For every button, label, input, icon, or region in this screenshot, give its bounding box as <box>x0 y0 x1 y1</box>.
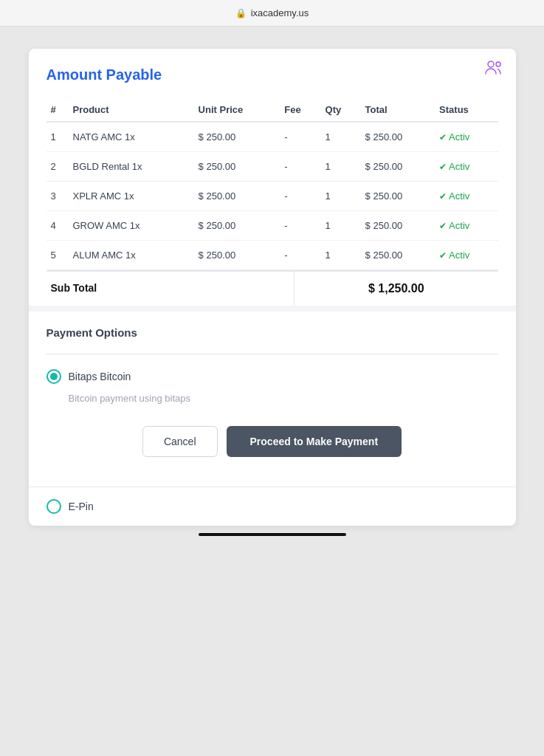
bitaps-label: Bitaps Bitcoin <box>69 371 131 382</box>
cell-num: 1 <box>47 122 69 152</box>
cell-total: $ 250.00 <box>361 152 435 182</box>
table-row: 5 ALUM AMC 1x $ 250.00 - 1 $ 250.00 ✔ Ac… <box>47 241 498 270</box>
radio-inner <box>50 373 58 380</box>
payment-section-title: Payment Options <box>47 326 498 339</box>
table-row: 2 BGLD Rental 1x $ 250.00 - 1 $ 250.00 ✔… <box>47 152 498 182</box>
cell-status: ✔ Activ <box>435 152 497 182</box>
bottom-bar <box>199 533 346 536</box>
amount-payable-section: Amount Payable # Product Unit Price Fee … <box>29 49 516 306</box>
col-header-status: Status <box>435 98 497 122</box>
cell-qty: 1 <box>321 182 361 211</box>
cell-fee: - <box>280 241 320 270</box>
cell-product: ALUM AMC 1x <box>69 241 194 270</box>
payment-divider <box>47 354 498 354</box>
page-wrapper: Amount Payable # Product Unit Price Fee … <box>29 49 516 526</box>
cell-unit-price: $ 250.00 <box>194 182 280 211</box>
table-row: 3 XPLR AMC 1x $ 250.00 - 1 $ 250.00 ✔ Ac… <box>47 182 498 211</box>
cell-fee: - <box>280 211 320 241</box>
cell-status: ✔ Activ <box>435 122 497 152</box>
people-icon <box>483 58 504 78</box>
action-buttons: Cancel Proceed to Make Payment <box>47 426 498 457</box>
cell-product: NATG AMC 1x <box>69 122 194 152</box>
cancel-button[interactable]: Cancel <box>142 426 218 457</box>
subtotal-value: $ 1,250.00 <box>295 272 497 306</box>
lock-icon: 🔒 <box>235 8 247 18</box>
svg-point-1 <box>496 62 500 66</box>
cell-num: 2 <box>47 152 69 182</box>
payment-options-section: Payment Options Bitaps Bitcoin Bitcoin p… <box>29 312 516 487</box>
cell-status: ✔ Activ <box>435 241 497 270</box>
col-header-unit-price: Unit Price <box>194 98 280 122</box>
cell-product: GROW AMC 1x <box>69 211 194 241</box>
cell-unit-price: $ 250.00 <box>194 122 280 152</box>
bitaps-radio[interactable] <box>47 369 61 384</box>
col-header-product: Product <box>69 98 194 122</box>
cell-qty: 1 <box>321 241 361 270</box>
proceed-button[interactable]: Proceed to Make Payment <box>227 426 402 457</box>
cell-status: ✔ Activ <box>435 182 497 211</box>
bitaps-description: Bitcoin payment using bitaps <box>69 393 498 404</box>
cell-total: $ 250.00 <box>361 182 435 211</box>
col-header-qty: Qty <box>321 98 361 122</box>
cell-total: $ 250.00 <box>361 211 435 241</box>
url-text: ixacademy.us <box>251 7 309 18</box>
cell-status: ✔ Activ <box>435 211 497 241</box>
cell-unit-price: $ 250.00 <box>194 241 280 270</box>
cell-fee: - <box>280 182 320 211</box>
cell-num: 3 <box>47 182 69 211</box>
section-divider <box>29 306 516 312</box>
cell-product: XPLR AMC 1x <box>69 182 194 211</box>
cell-product: BGLD Rental 1x <box>69 152 194 182</box>
section-title: Amount Payable <box>47 66 498 83</box>
table-row: 4 GROW AMC 1x $ 250.00 - 1 $ 250.00 ✔ Ac… <box>47 211 498 241</box>
bitaps-option[interactable]: Bitaps Bitcoin <box>47 369 498 384</box>
cell-num: 5 <box>47 241 69 270</box>
cell-fee: - <box>280 152 320 182</box>
cell-num: 4 <box>47 211 69 241</box>
cell-total: $ 250.00 <box>361 122 435 152</box>
svg-point-0 <box>488 61 494 67</box>
epin-radio[interactable] <box>47 499 61 514</box>
table-header-row: # Product Unit Price Fee Qty Total Statu… <box>47 98 498 122</box>
subtotal-row: Sub Total $ 1,250.00 <box>47 270 498 306</box>
col-header-num: # <box>47 98 69 122</box>
browser-bar: 🔒 ixacademy.us <box>0 0 544 27</box>
subtotal-label: Sub Total <box>47 272 295 306</box>
cell-fee: - <box>280 122 320 152</box>
cell-unit-price: $ 250.00 <box>194 152 280 182</box>
people-icon-container <box>483 58 504 81</box>
cell-qty: 1 <box>321 122 361 152</box>
epin-label: E-Pin <box>69 501 94 512</box>
col-header-fee: Fee <box>280 98 320 122</box>
epin-section: E-Pin <box>29 487 516 526</box>
table-row: 1 NATG AMC 1x $ 250.00 - 1 $ 250.00 ✔ Ac… <box>47 122 498 152</box>
cell-unit-price: $ 250.00 <box>194 211 280 241</box>
cell-qty: 1 <box>321 152 361 182</box>
col-header-total: Total <box>361 98 435 122</box>
cell-qty: 1 <box>321 211 361 241</box>
products-table: # Product Unit Price Fee Qty Total Statu… <box>47 98 498 270</box>
cell-total: $ 250.00 <box>361 241 435 270</box>
